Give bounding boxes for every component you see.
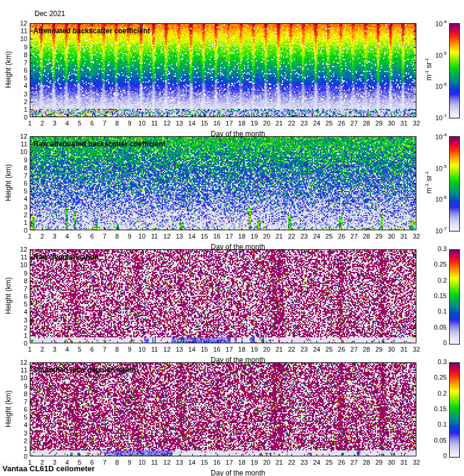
- x-tick-label: 32: [410, 346, 423, 353]
- x-tick-label: 3: [48, 346, 61, 353]
- panel-title: Raw depolarisation: [33, 253, 99, 261]
- x-tick-label: 16: [211, 459, 224, 466]
- x-tick-label: 27: [347, 120, 360, 127]
- x-tick-label: 27: [347, 459, 360, 466]
- x-tick-label: 22: [285, 120, 298, 127]
- x-tick-label: 22: [285, 233, 298, 240]
- x-tick-label: 11: [148, 233, 161, 240]
- colorbar-tick-label: 0.15: [421, 405, 447, 412]
- panel-title: Raw attenuated backscatter coefficient: [33, 140, 165, 148]
- x-tick-label: 32: [410, 459, 423, 466]
- x-tick-label: 29: [372, 233, 385, 240]
- x-tick-label: 21: [272, 120, 286, 127]
- superscript-exponent: -5: [443, 164, 447, 169]
- colorbar-tick-label: 0.3: [421, 358, 447, 365]
- panel-4-heatmap: [30, 362, 416, 456]
- x-tick-label: 13: [173, 120, 186, 127]
- x-tick-label: 1: [23, 233, 36, 240]
- colorbar-4: [449, 362, 460, 458]
- x-tick-label: 12: [161, 346, 174, 353]
- colorbar-tick-label: 0.2: [421, 390, 447, 397]
- x-tick-label: 18: [235, 233, 248, 240]
- x-tick-label: 28: [360, 346, 373, 353]
- x-tick-label: 1: [23, 346, 36, 353]
- x-tick-label: 17: [222, 120, 236, 127]
- x-tick-label: 10: [136, 120, 149, 127]
- x-tick-label: 28: [360, 120, 373, 127]
- x-tick-label: 24: [310, 346, 323, 353]
- x-tick-label: 15: [198, 346, 211, 353]
- x-tick-label: 8: [111, 233, 124, 240]
- x-tick-label: 18: [235, 120, 248, 127]
- x-tick-label: 30: [385, 120, 398, 127]
- x-tick-label: 30: [385, 346, 398, 353]
- colorbar-tick-label: 0.15: [421, 292, 447, 299]
- x-tick-label: 2: [36, 233, 49, 240]
- x-tick-label: 9: [123, 120, 136, 127]
- x-tick-label: 4: [61, 233, 74, 240]
- superscript-exponent: -7: [443, 113, 447, 118]
- x-tick-label: 8: [111, 346, 124, 353]
- x-tick-label: 7: [98, 233, 111, 240]
- x-tick-label: 31: [397, 233, 410, 240]
- x-tick-label: 21: [272, 459, 286, 466]
- x-tick-label: 19: [247, 346, 261, 353]
- x-tick-label: 9: [123, 233, 136, 240]
- x-tick-label: 31: [397, 346, 410, 353]
- x-tick-label: 19: [247, 120, 261, 127]
- colorbar-tick-label: 0.2: [421, 277, 447, 284]
- x-tick-label: 23: [297, 459, 311, 466]
- colorbar-tick-label: 0.05: [421, 437, 447, 444]
- x-tick-label: 3: [48, 120, 61, 127]
- y-axis-label: Height (km): [4, 23, 12, 117]
- x-tick-label: 15: [198, 459, 211, 466]
- panel-title: Smoothed lidar depolarisation: [33, 366, 136, 374]
- x-tick-label: 29: [372, 120, 385, 127]
- x-tick-label: 16: [211, 346, 224, 353]
- colorbar-tick-label: 0: [421, 452, 447, 459]
- x-tick-label: 25: [322, 120, 336, 127]
- x-tick-label: 4: [61, 120, 74, 127]
- colorbar-3: [449, 249, 460, 345]
- x-tick-label: 13: [173, 459, 186, 466]
- panel-2-heatmap: [30, 136, 416, 230]
- y-axis-label: Height (km): [4, 362, 12, 456]
- x-tick-label: 9: [123, 346, 136, 353]
- x-tick-label: 7: [98, 459, 111, 466]
- x-tick-label: 25: [322, 346, 336, 353]
- x-tick-label: 13: [173, 346, 186, 353]
- superscript-exponent: -7: [443, 226, 447, 231]
- colorbar-1: [449, 23, 460, 118]
- x-tick-label: 28: [360, 459, 373, 466]
- x-tick-label: 29: [372, 346, 385, 353]
- superscript-exponent: -1: [424, 58, 429, 62]
- superscript-exponent: -6: [443, 82, 447, 87]
- x-tick-label: 30: [385, 459, 398, 466]
- x-tick-label: 31: [397, 120, 410, 127]
- y-axis-label: Height (km): [4, 136, 12, 230]
- superscript-exponent: -1: [424, 183, 429, 187]
- colorbar-tick-label: 0.05: [421, 324, 447, 331]
- superscript-exponent: -1: [424, 171, 429, 176]
- x-tick-label: 10: [136, 346, 149, 353]
- x-tick-label: 12: [161, 459, 174, 466]
- figure-date-title: Dec 2021: [35, 10, 65, 18]
- x-tick-label: 8: [111, 459, 124, 466]
- colorbar-units-label: m-1 sr-1: [424, 23, 433, 117]
- x-tick-label: 26: [335, 120, 348, 127]
- x-tick-label: 7: [98, 346, 111, 353]
- superscript-exponent: -4: [443, 132, 447, 137]
- x-tick-label: 27: [347, 233, 360, 240]
- x-tick-label: 19: [247, 459, 261, 466]
- x-tick-label: 5: [73, 346, 86, 353]
- x-tick-label: 13: [173, 233, 186, 240]
- x-tick-label: 25: [322, 233, 336, 240]
- x-tick-label: 24: [310, 233, 323, 240]
- x-tick-label: 14: [186, 120, 199, 127]
- x-tick-label: 27: [347, 346, 360, 353]
- x-tick-label: 15: [198, 233, 211, 240]
- x-tick-label: 20: [260, 459, 273, 466]
- x-tick-label: 31: [397, 459, 410, 466]
- x-tick-label: 10: [136, 459, 149, 466]
- x-tick-label: 23: [297, 233, 311, 240]
